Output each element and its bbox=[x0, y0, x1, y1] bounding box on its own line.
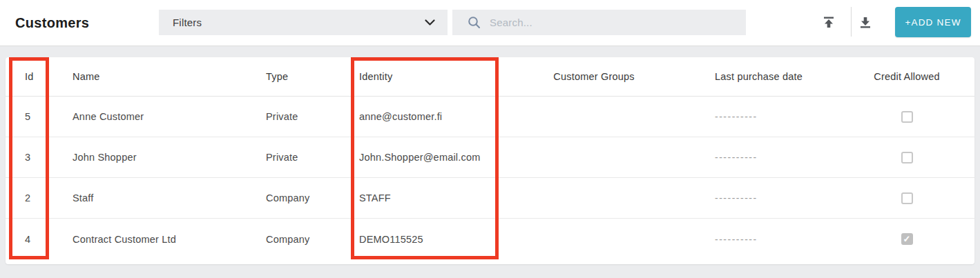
cell-id: 2 bbox=[6, 192, 52, 203]
cell-id: 4 bbox=[6, 234, 52, 245]
download-button[interactable] bbox=[853, 10, 878, 34]
column-header-type: Type bbox=[252, 71, 345, 82]
cell-type: Private bbox=[252, 152, 345, 163]
column-header-customer-groups: Customer Groups bbox=[497, 71, 691, 82]
top-bar: Customers Filters +ADD NEW bbox=[0, 0, 980, 46]
toolbar-divider bbox=[851, 7, 852, 37]
cell-name: John Shopper bbox=[52, 152, 252, 163]
credit-allowed-checkbox[interactable] bbox=[901, 233, 913, 245]
search-icon bbox=[468, 16, 481, 29]
cell-id: 5 bbox=[6, 111, 52, 122]
customers-table-card: Id Name Type Identity Customer Groups La… bbox=[6, 57, 974, 264]
cell-name: Staff bbox=[52, 192, 252, 203]
column-header-last-purchase-date: Last purchase date bbox=[691, 71, 839, 82]
column-header-identity: Identity bbox=[345, 71, 497, 82]
cell-last-purchase-date: ---------- bbox=[715, 152, 758, 163]
cell-last-purchase-date: ---------- bbox=[715, 111, 758, 122]
cell-type: Private bbox=[252, 111, 345, 122]
cell-name: Contract Customer Ltd bbox=[52, 234, 252, 245]
cell-identity: anne@customer.fi bbox=[345, 111, 497, 122]
table-row[interactable]: 2 Staff Company STAFF ---------- bbox=[6, 178, 974, 219]
column-header-credit-allowed: Credit Allowed bbox=[839, 71, 974, 82]
table-row[interactable]: 4 Contract Customer Ltd Company DEMO1155… bbox=[6, 219, 974, 259]
content-area: Id Name Type Identity Customer Groups La… bbox=[0, 46, 980, 264]
cell-type: Company bbox=[252, 234, 345, 245]
cell-last-purchase-date: ---------- bbox=[715, 234, 758, 245]
cell-id: 3 bbox=[6, 152, 52, 163]
cell-last-purchase-date: ---------- bbox=[715, 192, 758, 203]
filters-label: Filters bbox=[173, 17, 202, 28]
table-row[interactable]: 3 John Shopper Private John.Shopper@emai… bbox=[6, 137, 974, 178]
cell-identity: John.Shopper@email.com bbox=[345, 152, 497, 163]
upload-icon bbox=[821, 14, 836, 30]
chevron-down-icon bbox=[425, 17, 435, 29]
search-box bbox=[452, 10, 746, 35]
cell-type: Company bbox=[252, 192, 345, 203]
cell-identity: STAFF bbox=[345, 192, 497, 203]
credit-allowed-checkbox[interactable] bbox=[901, 111, 913, 123]
column-header-name: Name bbox=[52, 71, 252, 82]
column-header-id: Id bbox=[6, 71, 52, 82]
download-icon bbox=[858, 14, 873, 30]
upload-button[interactable] bbox=[816, 10, 841, 34]
filters-dropdown[interactable]: Filters bbox=[159, 10, 448, 35]
table-row[interactable]: 5 Anne Customer Private anne@customer.fi… bbox=[6, 97, 974, 137]
add-new-button[interactable]: +ADD NEW bbox=[895, 7, 971, 37]
page-title: Customers bbox=[15, 15, 89, 31]
credit-allowed-checkbox[interactable] bbox=[901, 192, 913, 204]
cell-name: Anne Customer bbox=[52, 111, 252, 122]
credit-allowed-checkbox[interactable] bbox=[901, 152, 913, 163]
search-input[interactable] bbox=[490, 17, 718, 28]
table-header-row: Id Name Type Identity Customer Groups La… bbox=[6, 57, 974, 97]
cell-identity: DEMO115525 bbox=[345, 234, 497, 245]
